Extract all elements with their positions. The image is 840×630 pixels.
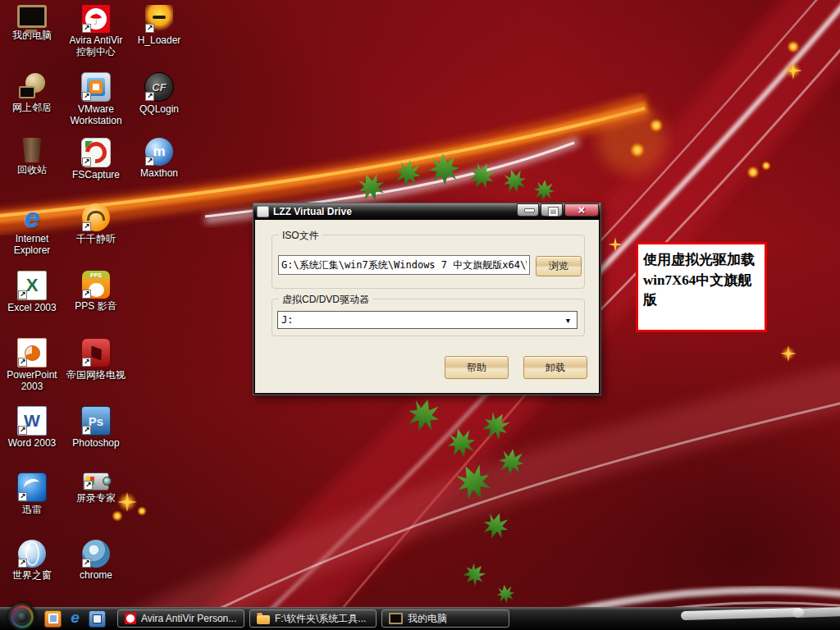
browse-button[interactable]: 浏览 bbox=[536, 256, 582, 276]
taskbar-button-folder[interactable]: F:\软件夹\系统工具... bbox=[249, 609, 377, 628]
desktop-icon-chrome[interactable]: chrome bbox=[64, 540, 128, 582]
drive-letter-select[interactable]: J: bbox=[277, 311, 578, 329]
taskbar-button-avira[interactable]: Avira AntiVir Person... bbox=[117, 609, 244, 628]
wallpaper-streak bbox=[792, 607, 840, 618]
shortcut-arrow-icon bbox=[82, 158, 91, 167]
help-button-label: 帮助 bbox=[467, 361, 486, 375]
start-button[interactable] bbox=[8, 603, 36, 630]
desktop-icon-label: H_Loader bbox=[127, 35, 191, 47]
desktop-icon-label: QQLogin bbox=[127, 104, 191, 116]
fscapture-icon bbox=[81, 138, 111, 167]
qqlogin-icon bbox=[144, 72, 174, 102]
desktop-icon-recycle-bin[interactable]: 回收站 bbox=[0, 138, 64, 176]
desktop-icon-label: chrome bbox=[64, 570, 128, 582]
shortcut-arrow-icon bbox=[82, 222, 91, 231]
ie-quick-launch-icon[interactable] bbox=[67, 610, 83, 626]
desktop-icon-world-window[interactable]: 世界之窗 bbox=[0, 540, 64, 582]
desktop-icon-h-loader[interactable]: H_Loader bbox=[127, 5, 191, 47]
shortcut-arrow-icon bbox=[84, 481, 93, 490]
recycle-bin-icon bbox=[21, 138, 43, 162]
desktop-icon-label: 千千静听 bbox=[64, 234, 128, 245]
taskbar-button-label: 我的电脑 bbox=[408, 612, 447, 626]
minimize-button[interactable] bbox=[517, 203, 539, 217]
world-window-icon bbox=[18, 540, 46, 568]
desktop-icon-photoshop[interactable]: Photoshop bbox=[64, 406, 128, 450]
desktop-icon-excel[interactable]: Excel 2003 bbox=[0, 271, 64, 314]
desktop-icon-label: Avira AntiVir 控制中心 bbox=[64, 35, 128, 58]
desktop-icon-my-computer[interactable]: 我的电脑 bbox=[0, 5, 64, 42]
annotation-box: 使用虚拟光驱加载win7X64中文旗舰版 bbox=[636, 242, 767, 332]
my-computer-icon bbox=[17, 5, 47, 28]
thunder-icon bbox=[17, 472, 47, 502]
desktop-icon-screen-recorder[interactable]: 屏录专家 bbox=[64, 472, 128, 504]
desktop-icon-label: 回收站 bbox=[0, 165, 64, 176]
powerpoint-icon bbox=[17, 338, 47, 368]
desktop-icon-label: Photoshop bbox=[64, 438, 128, 450]
desktop-icon-ttplayer[interactable]: 千千静听 bbox=[64, 203, 128, 245]
photoshop-icon bbox=[81, 406, 111, 436]
desktop-icon-fscapture[interactable]: FSCapture bbox=[64, 138, 128, 181]
unload-button[interactable]: 卸载 bbox=[523, 356, 587, 379]
shortcut-arrow-icon bbox=[18, 492, 27, 501]
shortcut-arrow-icon bbox=[18, 290, 27, 299]
desktop-icon-vmware[interactable]: VMware Workstation bbox=[64, 72, 128, 127]
desktop-icon-label: VMware Workstation bbox=[64, 104, 128, 127]
annotation-text: 使用虚拟光驱加载win7X64中文旗舰版 bbox=[643, 252, 755, 308]
window-title: LZZ Virtual Drive bbox=[273, 206, 352, 217]
shortcut-arrow-icon bbox=[145, 92, 154, 101]
computer-icon bbox=[389, 613, 403, 624]
taskbar-button-my-computer[interactable]: 我的电脑 bbox=[381, 609, 509, 628]
shortcut-arrow-icon bbox=[18, 358, 27, 367]
close-button[interactable] bbox=[564, 203, 599, 217]
pps-icon bbox=[82, 271, 110, 299]
shortcut-arrow-icon bbox=[18, 559, 27, 568]
app-quick-launch-icon[interactable] bbox=[89, 610, 106, 628]
desktop-icon-maxthon[interactable]: Maxthon bbox=[127, 138, 191, 180]
quick-launch-bar bbox=[44, 610, 106, 628]
unload-button-label: 卸载 bbox=[546, 361, 565, 375]
desktop-icon-label: 迅雷 bbox=[0, 504, 64, 516]
maxthon-icon bbox=[145, 138, 173, 166]
desktop-icon-pps[interactable]: PPS 影音 bbox=[64, 271, 128, 313]
shortcut-arrow-icon bbox=[82, 426, 91, 435]
desktop-icon-internet-explorer[interactable]: Internet Explorer bbox=[0, 203, 64, 257]
folder-icon bbox=[257, 615, 270, 624]
show-desktop-icon[interactable] bbox=[44, 610, 62, 628]
wallpaper-streak bbox=[681, 608, 804, 620]
desktop-icon-label: 网上邻居 bbox=[0, 103, 64, 114]
shortcut-arrow-icon bbox=[82, 358, 91, 367]
chevron-down-icon[interactable] bbox=[562, 314, 574, 326]
desktop-icon-thunder[interactable]: 迅雷 bbox=[0, 472, 64, 516]
desktop-icon-label: Internet Explorer bbox=[0, 234, 64, 257]
desktop-icon-word[interactable]: Word 2003 bbox=[0, 406, 64, 450]
maximize-button[interactable] bbox=[541, 203, 563, 217]
virtual-drive-group-label: 虚拟CD/DVD驱动器 bbox=[279, 293, 372, 307]
shortcut-arrow-icon bbox=[82, 559, 91, 568]
excel-icon bbox=[17, 271, 47, 300]
desktop-icon-label: FSCapture bbox=[64, 170, 128, 181]
empire-tv-icon bbox=[81, 338, 111, 368]
desktop-icon-label: PPS 影音 bbox=[64, 301, 128, 313]
desktop-icon-network-places[interactable]: 网上邻居 bbox=[0, 72, 64, 114]
desktop-icon-label: 世界之窗 bbox=[0, 570, 64, 582]
drive-icon bbox=[257, 206, 269, 217]
drive-letter-value: J: bbox=[281, 314, 293, 326]
desktop: 我的电脑 Avira AntiVir 控制中心 H_Loader 网上邻居 VM… bbox=[0, 0, 840, 630]
help-button[interactable]: 帮助 bbox=[445, 356, 509, 379]
desktop-icon-label: 屏录专家 bbox=[64, 493, 128, 504]
iso-path-input[interactable] bbox=[278, 255, 530, 275]
desktop-icon-empire-tv[interactable]: 帝国网络电视 bbox=[64, 338, 128, 381]
network-places-icon bbox=[18, 72, 46, 100]
screen-recorder-icon bbox=[83, 472, 109, 491]
titlebar[interactable]: LZZ Virtual Drive bbox=[253, 203, 600, 220]
desktop-icon-powerpoint[interactable]: PowerPoint 2003 bbox=[0, 338, 64, 393]
ttplayer-icon bbox=[82, 203, 110, 231]
desktop-icon-avira[interactable]: Avira AntiVir 控制中心 bbox=[64, 5, 128, 58]
desktop-icon-qqlogin[interactable]: QQLogin bbox=[127, 72, 191, 116]
shortcut-arrow-icon bbox=[82, 92, 91, 101]
chrome-icon bbox=[82, 540, 110, 568]
dialog-client-area: ISO文件 浏览 虚拟CD/DVD驱动器 J: 帮助 卸载 bbox=[255, 220, 599, 393]
avira-icon bbox=[125, 613, 136, 624]
taskbar: Avira AntiVir Person... F:\软件夹\系统工具... 我… bbox=[0, 607, 840, 630]
browse-button-label: 浏览 bbox=[549, 259, 568, 273]
